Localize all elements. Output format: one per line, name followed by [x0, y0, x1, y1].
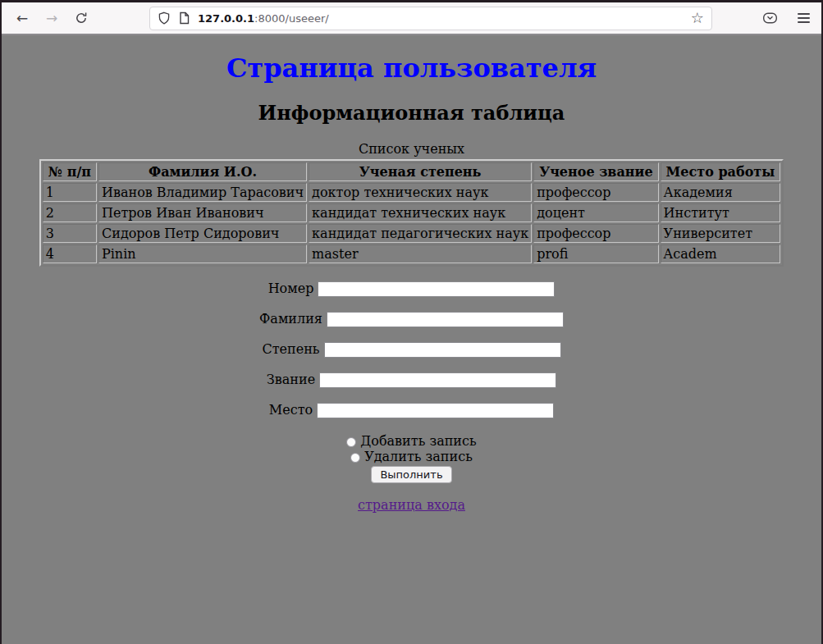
column-header: Ученое звание	[533, 162, 658, 181]
field-input-surname[interactable]	[327, 312, 564, 327]
radio-label-delete-record: Удалить запись	[364, 449, 473, 464]
field-input-number[interactable]	[318, 281, 555, 297]
table-cell: кандидат педагогических наук	[309, 224, 532, 243]
table-cell: Сидоров Петр Сидорович	[98, 224, 307, 243]
url-path: :8000/useeer/	[254, 12, 329, 25]
table-cell: Институт	[661, 203, 781, 222]
table-cell: Pinin	[98, 244, 307, 263]
radio-icon-delete-record[interactable]	[350, 453, 360, 463]
column-header: Место работы	[661, 162, 781, 181]
login-page-link[interactable]: страница входа	[358, 497, 465, 513]
record-form: НомерФамилияСтепеньЗваниеМесто Добавить …	[2, 281, 821, 483]
table-cell: доцент	[533, 203, 658, 222]
radio-label-add-record: Добавить запись	[360, 433, 476, 449]
toolbar-right-group	[762, 10, 810, 26]
menu-icon[interactable]	[798, 10, 810, 26]
radio-group: Добавить записьУдалить запись	[2, 433, 821, 464]
table-body: 1Иванов Владимир Тарасовичдоктор техниче…	[43, 183, 781, 263]
table-cell: Петров Иван Иванович	[98, 203, 307, 222]
page-title: Страница пользователя	[2, 53, 821, 84]
table-cell: master	[309, 244, 532, 263]
url-text[interactable]: 127.0.0.1:8000/useeer/	[198, 12, 684, 25]
field-input-degree[interactable]	[324, 342, 561, 358]
table-cell: 1	[43, 183, 97, 202]
link-row: страница входа	[2, 497, 821, 513]
column-header: № п/п	[43, 162, 97, 181]
field-label-rank: Звание	[267, 372, 315, 387]
bookmark-star-icon[interactable]: ☆	[691, 11, 704, 25]
table-row: 1Иванов Владимир Тарасовичдоктор техниче…	[43, 183, 781, 202]
table-row: 2Петров Иван Ивановичкандидат технически…	[43, 203, 781, 222]
table-cell: профессор	[533, 183, 658, 202]
field-input-rank[interactable]	[319, 372, 556, 388]
column-header: Ученая степень	[309, 162, 532, 181]
table-cell: доктор технических наук	[309, 183, 532, 202]
button-row: Выполнить	[2, 466, 821, 483]
column-header: Фамилия И.О.	[98, 162, 307, 181]
reload-icon[interactable]	[74, 9, 89, 27]
table-cell: 2	[43, 203, 97, 222]
radio-icon-add-record[interactable]	[346, 437, 356, 447]
field-input-place[interactable]	[317, 403, 554, 418]
form-row-rank: Звание	[2, 372, 821, 388]
table-cell: Академия	[661, 183, 781, 202]
table-cell: Иванов Владимир Тарасович	[98, 183, 307, 202]
execute-button[interactable]: Выполнить	[371, 466, 451, 483]
table-cell: 4	[43, 244, 97, 263]
forward-icon[interactable]: →	[44, 9, 59, 27]
table-cell: profi	[533, 244, 658, 263]
table-cell: профессор	[533, 224, 658, 243]
field-label-place: Место	[269, 402, 313, 418]
table-caption: Список ученых	[39, 141, 784, 159]
back-icon[interactable]: ←	[15, 9, 30, 27]
url-host: 127.0.0.1	[198, 12, 254, 25]
field-label-number: Номер	[268, 281, 314, 296]
shield-icon[interactable]	[158, 11, 171, 25]
table-header-row: № п/пФамилия И.О.Ученая степеньУченое зв…	[43, 162, 781, 181]
web-page-content: Страница пользователя Информационная таб…	[2, 53, 821, 513]
radio-option-delete-record[interactable]: Удалить запись	[2, 449, 821, 464]
nav-button-group: ← →	[15, 9, 89, 27]
scientists-table: Список ученых № п/пФамилия И.О.Ученая ст…	[39, 141, 784, 267]
table-cell: кандидат технических наук	[309, 203, 532, 222]
form-row-place: Место	[2, 402, 821, 418]
page-proxy-icon[interactable]	[178, 11, 190, 25]
table-row: 3Сидоров Петр Сидоровичкандидат педагоги…	[43, 224, 781, 243]
table-cell: Academ	[661, 244, 781, 263]
form-fields: НомерФамилияСтепеньЗваниеМесто	[2, 281, 821, 418]
pocket-icon[interactable]	[762, 11, 778, 25]
form-row-surname: Фамилия	[2, 311, 821, 327]
table-row: 4PininmasterprofiAcadem	[43, 244, 781, 263]
form-row-number: Номер	[2, 281, 821, 297]
field-label-degree: Степень	[262, 341, 319, 357]
browser-window: ← → 127.0.0.1:8000/useeer/	[0, 0, 823, 644]
field-label-surname: Фамилия	[259, 311, 322, 327]
browser-toolbar: ← → 127.0.0.1:8000/useeer/	[2, 2, 821, 35]
radio-option-add-record[interactable]: Добавить запись	[2, 433, 821, 449]
form-row-degree: Степень	[2, 341, 821, 358]
table-cell: 3	[43, 224, 97, 243]
table-cell: Университет	[661, 224, 781, 243]
url-bar[interactable]: 127.0.0.1:8000/useeer/ ☆	[149, 7, 712, 30]
page-subtitle: Информационная таблица	[2, 101, 821, 125]
